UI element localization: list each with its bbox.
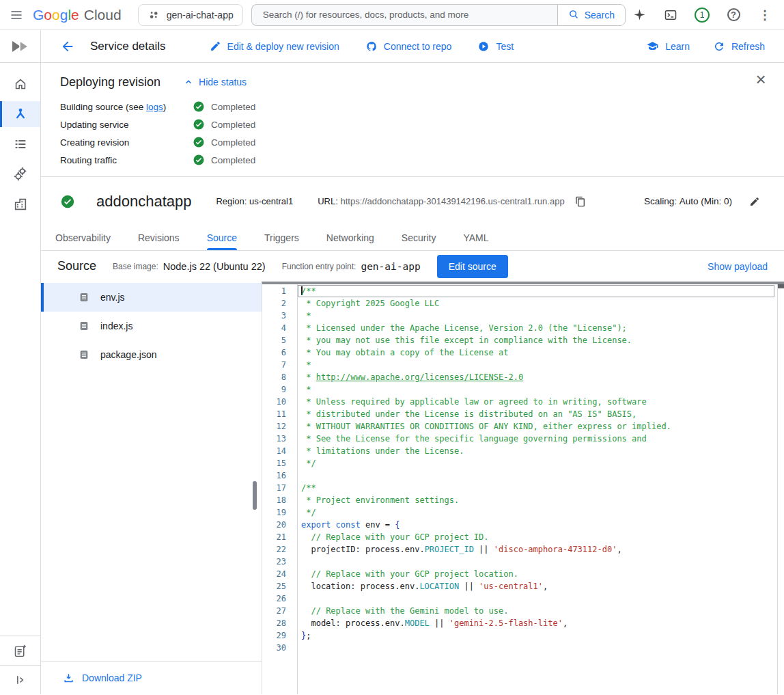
code-line[interactable]: // Replace with your GCP project locatio… xyxy=(298,568,774,580)
more-options-icon[interactable]: ⋮ xyxy=(751,1,779,29)
sidebar-item-services[interactable] xyxy=(0,101,40,127)
search-icon xyxy=(568,9,580,21)
release-notes-icon xyxy=(13,644,27,658)
editor-scrollbar-thumb[interactable] xyxy=(778,284,784,288)
help-icon[interactable]: ? xyxy=(720,1,747,29)
line-number: 6 xyxy=(262,346,286,359)
search-input[interactable] xyxy=(262,9,548,21)
code-token: /** xyxy=(301,483,316,493)
code-token: , xyxy=(617,545,621,554)
tab-triggers[interactable]: Triggers xyxy=(264,226,299,250)
status-step: Creating revisionCompleted xyxy=(60,133,765,151)
toolbar-right-actions: Learn Refresh xyxy=(646,40,765,53)
search-button[interactable]: Search xyxy=(557,4,626,26)
sidebar-item-organization[interactable] xyxy=(0,191,40,217)
search-field[interactable] xyxy=(251,4,557,26)
file-item-index.js[interactable]: index.js xyxy=(41,312,262,340)
hide-status-button[interactable]: Hide status xyxy=(184,77,247,87)
code-line[interactable]: * Licensed under the Apache License, Ver… xyxy=(298,322,774,334)
hamburger-menu-icon[interactable] xyxy=(3,1,30,29)
code-line[interactable]: * xyxy=(298,310,774,322)
code-line[interactable]: * Project environment settings. xyxy=(298,494,774,506)
code-line[interactable]: * Copyright 2025 Google LLC xyxy=(298,297,774,310)
code-line[interactable]: /** xyxy=(298,482,774,494)
code-token: http://www.apache.org/licenses/LICENSE-2… xyxy=(316,372,523,382)
tab-source[interactable]: Source xyxy=(207,226,237,250)
code-token: * xyxy=(301,372,316,382)
code-line[interactable]: * http://www.apache.org/licenses/LICENSE… xyxy=(298,371,774,383)
code-editor[interactable]: 1234567891011121314151617181920212223242… xyxy=(262,282,784,694)
back-button[interactable] xyxy=(60,39,75,54)
learn-button[interactable]: Learn xyxy=(646,40,690,53)
edit-deploy-button[interactable]: Edit & deploy new revision xyxy=(210,40,339,53)
edit-source-button[interactable]: Edit source xyxy=(437,255,508,278)
code-line[interactable]: * distributed under the License is distr… xyxy=(298,408,774,420)
release-notes-button[interactable] xyxy=(0,636,40,665)
code-token: // Replace with the Gemini model to use. xyxy=(311,606,508,616)
tab-revisions[interactable]: Revisions xyxy=(138,226,180,250)
tab-yaml[interactable]: YAML xyxy=(463,226,488,250)
sidebar-item-jobs[interactable] xyxy=(0,131,40,157)
code-line[interactable]: // Replace with your GCP project ID. xyxy=(298,531,774,543)
code-line[interactable]: /** xyxy=(298,285,774,297)
code-line[interactable]: * You may obtain a copy of the License a… xyxy=(298,346,774,359)
cloud-shell-icon[interactable] xyxy=(657,1,684,29)
editor-scrollbar[interactable] xyxy=(777,284,784,694)
copy-url-button[interactable] xyxy=(569,190,592,213)
service-url-value[interactable]: https://addonchatapp-301439142196.us-cen… xyxy=(340,196,564,206)
code-line[interactable]: */ xyxy=(298,457,774,469)
service-header: addonchatapp Region: us-central1 URL: ht… xyxy=(41,177,784,226)
line-number: 23 xyxy=(262,556,286,568)
logs-link[interactable]: logs xyxy=(146,102,163,112)
gemini-sparkle-icon[interactable] xyxy=(626,1,653,29)
line-number: 16 xyxy=(262,469,286,482)
tab-networking[interactable]: Networking xyxy=(326,226,374,250)
code-token: * xyxy=(301,385,311,394)
sidebar-item-home[interactable] xyxy=(0,71,40,97)
code-line[interactable]: // Replace with the Gemini model to use. xyxy=(298,605,774,617)
code-line[interactable] xyxy=(298,592,774,605)
refresh-button[interactable]: Refresh xyxy=(713,40,765,53)
code-line[interactable]: * See the License for the specific langu… xyxy=(298,433,774,445)
code-line[interactable]: * you may not use this file except in co… xyxy=(298,334,774,346)
code-line[interactable]: * xyxy=(298,359,774,371)
download-zip-button[interactable]: Download ZIP xyxy=(41,661,262,694)
code-line[interactable]: * WITHOUT WARRANTIES OR CONDITIONS OF AN… xyxy=(298,420,774,433)
status-step-value: Completed xyxy=(193,100,255,113)
services-icon xyxy=(13,107,28,122)
code-line[interactable]: */ xyxy=(298,506,774,519)
file-item-env.js[interactable]: env.js xyxy=(41,283,262,312)
code-line[interactable] xyxy=(298,469,774,482)
file-item-package.json[interactable]: package.json xyxy=(41,340,262,369)
edit-scaling-button[interactable] xyxy=(744,191,765,212)
code-line[interactable] xyxy=(298,556,774,568)
code-line[interactable]: projectID: process.env.PROJECT_ID || 'di… xyxy=(298,543,774,556)
code-line[interactable]: }; xyxy=(298,629,774,642)
tab-security[interactable]: Security xyxy=(402,226,436,250)
code-line[interactable] xyxy=(298,642,774,654)
code-line[interactable]: * xyxy=(298,383,774,396)
code-token: 'us-central1' xyxy=(479,582,543,591)
project-selector[interactable]: gen-ai-chat-app xyxy=(138,4,243,26)
code-area[interactable]: /** * Copyright 2025 Google LLC * * Lice… xyxy=(298,284,784,694)
code-line[interactable]: * limitations under the License. xyxy=(298,445,774,457)
code-token: model: process.env. xyxy=(301,618,405,628)
logo-letter: G xyxy=(33,7,44,23)
source-content: env.jsindex.jspackage.json Download ZIP … xyxy=(41,282,784,694)
expand-panel-button[interactable] xyxy=(0,665,40,694)
code-line[interactable]: export const env = { xyxy=(298,519,774,531)
test-button[interactable]: Test xyxy=(477,40,514,53)
show-payload-link[interactable]: Show payload xyxy=(708,261,768,272)
tab-observability[interactable]: Observability xyxy=(55,226,111,250)
scrollbar-thumb[interactable] xyxy=(253,481,257,510)
close-icon[interactable]: × xyxy=(750,68,772,90)
status-text: Completed xyxy=(211,137,255,148)
home-icon xyxy=(13,77,28,92)
sidebar-item-integrations[interactable] xyxy=(0,161,40,187)
connect-repo-button[interactable]: Connect to repo xyxy=(365,40,452,53)
code-line[interactable]: * Unless required by applicable law or a… xyxy=(298,396,774,408)
code-line[interactable]: model: process.env.MODEL || 'gemini-2.5-… xyxy=(298,617,774,629)
status-text: Completed xyxy=(211,120,255,130)
notifications-count-badge[interactable]: 1 xyxy=(688,1,716,29)
code-line[interactable]: location: process.env.LOCATION || 'us-ce… xyxy=(298,580,774,592)
